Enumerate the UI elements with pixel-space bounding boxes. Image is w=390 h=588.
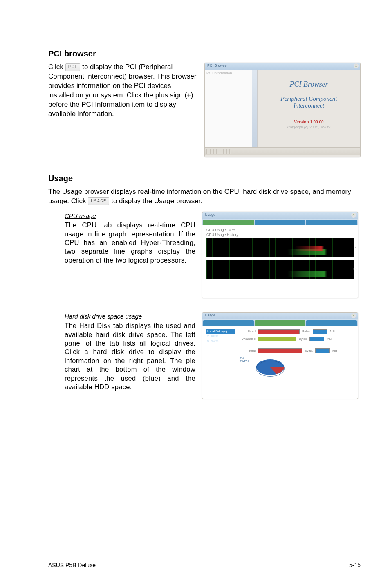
hdd-window-title-text: Usage <box>205 313 215 317</box>
pci-heading: PCI browser <box>48 49 361 58</box>
pci-sub2: Interconnect <box>294 102 324 109</box>
hdd-total-unit2: MB <box>332 349 337 352</box>
pci-main-subtitle: Peripheral Component Interconnect <box>258 95 360 110</box>
hdd-avail-unit2: MB <box>327 337 332 341</box>
hdd-avail-bar-mb <box>309 337 324 341</box>
hdd-row-avail: Available Bytes MB <box>238 337 354 341</box>
hdd-info-panel: Used Bytes MB Available Bytes <box>238 329 354 397</box>
usage-heading: Usage <box>48 174 361 183</box>
pci-sub1: Peripheral Component <box>281 95 337 102</box>
footer-page-number: 5-15 <box>349 562 361 568</box>
hdd-avail-unit1: Bytes <box>299 337 307 341</box>
scrollbar[interactable] <box>252 70 257 147</box>
close-icon[interactable]: × <box>351 213 356 218</box>
footer-left: ASUS P5B Deluxe <box>48 562 96 568</box>
cpu-graph-1 <box>206 238 354 257</box>
pci-browser-window: PCI Browser × PCI Information PCI Browse… <box>204 63 361 157</box>
hdd-drive-c[interactable]: C: 98 % <box>206 334 235 339</box>
hdd-body: Local Drive(s) C: 98 % D: 94 % Used Byte… <box>202 326 358 399</box>
hdd-paragraph: The Hard Disk tab displays the used and … <box>65 321 195 392</box>
cpu-history-label: CPU Usage History : <box>206 233 354 237</box>
cpu-usage-label: CPU Usage : 0 % <box>206 228 354 232</box>
pci-tree-panel[interactable]: PCI Information <box>205 70 258 147</box>
usage-icon[interactable]: USAGE <box>88 197 109 205</box>
pci-para-post: to display the PCI (Peripheral Component… <box>48 63 197 118</box>
pci-paragraph: Click PCI to display the PCI (Peripheral… <box>48 63 198 119</box>
tab-cpu[interactable] <box>203 320 254 326</box>
hdd-legend-drive: F:\ <box>240 356 249 359</box>
tab-harddisk[interactable] <box>255 320 305 326</box>
usage-intro: The Usage browser displays real-time inf… <box>48 187 361 206</box>
hdd-used-unit1: Bytes <box>302 330 310 333</box>
hdd-subhead: Hard disk drive space usage <box>65 312 195 321</box>
cpu-window-title-text: Usage <box>205 213 215 217</box>
cpu-subhead: CPU usage <box>65 212 195 220</box>
hdd-avail-label: Available <box>238 337 256 341</box>
hdd-tabs <box>202 319 358 326</box>
pci-para-pre: Click <box>48 63 65 71</box>
cpu-pct-2: 16 % <box>352 267 358 272</box>
tab-cpu[interactable] <box>203 220 254 225</box>
usage-intro-post: to display the Usage browser. <box>111 197 202 205</box>
hdd-legend-fs: FAT32 <box>240 359 249 363</box>
hdd-used-unit2: MB <box>330 330 335 333</box>
pci-tree-item[interactable]: PCI Information <box>206 71 232 75</box>
hdd-legend: F:\ FAT32 <box>240 356 249 363</box>
hdd-used-bar <box>258 329 300 334</box>
hdd-drive-list[interactable]: Local Drive(s) C: 98 % D: 94 % <box>206 329 235 397</box>
tab-memory[interactable] <box>306 320 357 326</box>
tab-memory[interactable] <box>306 220 357 225</box>
pci-icon[interactable]: PCI <box>65 63 81 71</box>
pci-window-titlebar: PCI Browser × <box>205 63 360 70</box>
pci-window-title-text: PCI Browser <box>207 63 228 67</box>
hdd-drive-header: Local Drive(s) <box>206 329 235 334</box>
hdd-total-bar-mb <box>315 348 330 353</box>
hdd-drive-d[interactable]: D: 94 % <box>206 339 235 343</box>
hdd-total-bar <box>258 348 302 353</box>
hdd-used-label: Used <box>238 330 256 333</box>
cpu-graph-2 <box>206 260 354 279</box>
pci-main-title: PCI Browser <box>258 80 360 89</box>
tab-harddisk[interactable] <box>255 220 305 225</box>
hdd-used-bar-mb <box>313 329 327 334</box>
window-footer-strip <box>205 147 360 155</box>
hdd-usage-window: Usage × Local Drive(s) C: 98 % D: 94 % <box>202 312 358 399</box>
hdd-total-unit1: Bytes <box>305 349 313 352</box>
hdd-window-titlebar: Usage × <box>202 313 358 319</box>
cpu-window-titlebar: Usage × <box>202 212 358 219</box>
cpu-body: CPU Usage : 0 % CPU Usage History : 2 % <box>202 225 358 298</box>
cpu-usage-window: Usage × CPU Usage : 0 % CPU Usage Histor… <box>202 212 358 298</box>
hdd-total-label: Total <box>238 349 256 352</box>
hdd-avail-bar <box>258 337 296 341</box>
cpu-tabs <box>202 219 358 225</box>
close-icon[interactable]: × <box>351 313 356 318</box>
hdd-row-used: Used Bytes MB <box>238 329 354 334</box>
hdd-row-total: Total Bytes MB <box>238 348 354 353</box>
cpu-pct-1: 2 % <box>354 245 358 250</box>
cpu-paragraph: The CPU tab displays real-time CPU usage… <box>65 221 195 265</box>
pci-version: Version 1.00.00 <box>258 117 360 124</box>
page-footer: ASUS P5B Deluxe 5-15 <box>48 559 361 568</box>
close-icon[interactable]: × <box>354 63 359 68</box>
hdd-pie-chart <box>253 357 288 378</box>
pci-main-panel: PCI Browser Peripheral Component Interco… <box>258 70 360 147</box>
pci-copyright: Copyright (c) 2004 , ASUS <box>258 125 360 129</box>
window-footer-strip <box>202 298 358 298</box>
